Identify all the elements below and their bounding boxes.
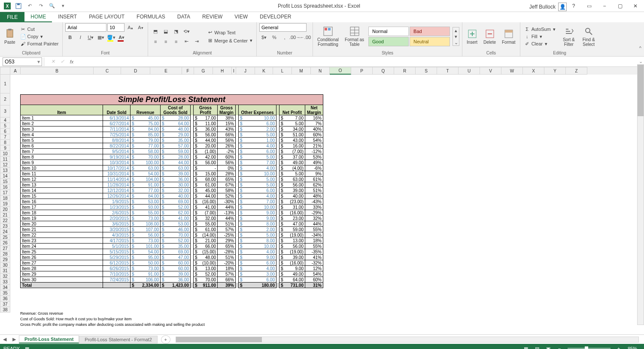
percent-format-icon[interactable]: % <box>270 33 279 42</box>
user-name[interactable]: Jeff Bullock <box>529 4 556 10</box>
fill-color-button[interactable]: 🪣▾ <box>106 33 116 42</box>
save-icon[interactable] <box>14 1 23 11</box>
ribbon-tab-home[interactable]: HOME <box>24 12 52 22</box>
row-header-16[interactable]: 16 <box>0 184 10 190</box>
row-header-20[interactable]: 20 <box>0 207 10 212</box>
cancel-formula-icon[interactable]: ✕ <box>48 57 58 66</box>
col-header-N[interactable]: N <box>311 67 330 75</box>
col-header-I[interactable]: I <box>232 67 236 75</box>
row-header-17[interactable]: 17 <box>0 190 10 196</box>
col-header-F[interactable]: F <box>182 67 194 75</box>
col-header-C[interactable]: C <box>94 67 121 75</box>
ribbon-tab-view[interactable]: VIEW <box>228 12 254 21</box>
format-cells-button[interactable]: Format <box>500 28 517 45</box>
row-header-30[interactable]: 30 <box>0 262 10 268</box>
conditional-formatting-button[interactable]: Conditional Formatting <box>316 25 340 48</box>
file-tab[interactable]: FILE <box>0 12 24 22</box>
col-header-Z[interactable]: Z <box>566 67 587 75</box>
styles-up-icon[interactable]: ▴ <box>453 27 459 33</box>
decrease-decimal-icon[interactable]: ←.00 <box>301 33 310 42</box>
insert-cells-button[interactable]: Insert <box>465 28 479 45</box>
sort-filter-button[interactable]: Sort & Filter <box>561 25 577 48</box>
row-header-35[interactable]: 35 <box>0 290 10 296</box>
collapse-ribbon-icon[interactable]: ^ <box>639 45 641 51</box>
row-header-2[interactable]: 2 <box>0 93 10 105</box>
styles-more-icon[interactable]: ⌄ <box>453 39 459 45</box>
comma-format-icon[interactable]: , <box>280 33 289 42</box>
find-select-button[interactable]: Find & Select <box>581 25 597 48</box>
accounting-format-icon[interactable]: $▾ <box>259 33 269 42</box>
paste-button[interactable]: Paste <box>3 28 17 45</box>
close-icon[interactable]: ✕ <box>629 1 641 11</box>
cut-button[interactable]: ✂Cut <box>19 26 60 33</box>
row-header-18[interactable]: 18 <box>0 196 10 201</box>
ribbon-tab-formulas[interactable]: FORMULAS <box>131 12 171 21</box>
col-header-V[interactable]: V <box>480 67 501 75</box>
row-header-28[interactable]: 28 <box>0 251 10 257</box>
view-normal-icon[interactable]: ▦ <box>521 345 531 349</box>
col-header-L[interactable]: L <box>273 67 292 75</box>
sheet-tab-other[interactable]: Profit-Loss Statement - Format2 <box>79 336 158 343</box>
row-header-25[interactable]: 25 <box>0 235 10 240</box>
row-header-3[interactable]: 3 <box>0 105 10 117</box>
user-avatar-icon[interactable]: 👤 <box>558 3 567 11</box>
vertical-scrollbar[interactable] <box>637 64 644 325</box>
qat-zoom-icon[interactable]: 🔍 <box>47 1 57 11</box>
styles-down-icon[interactable]: ▾ <box>453 33 459 39</box>
indent-decrease-icon[interactable]: ⇤ <box>182 37 191 46</box>
qat-dropdown-icon[interactable]: ▾ <box>58 1 68 11</box>
formula-input[interactable] <box>76 57 637 66</box>
col-header-R[interactable]: R <box>394 67 416 75</box>
row-header-27[interactable]: 27 <box>0 246 10 251</box>
orientation-icon[interactable]: ⟲▾ <box>182 27 191 36</box>
shrink-font-icon[interactable]: A▾ <box>136 23 145 32</box>
row-header-15[interactable]: 15 <box>0 179 10 184</box>
col-header-J[interactable]: J <box>236 67 255 75</box>
format-painter-button[interactable]: 🖌Format Painter <box>19 40 60 47</box>
col-header-K[interactable]: K <box>255 67 273 75</box>
ribbon-tab-developer[interactable]: DEVELOPER <box>254 12 297 21</box>
col-header-E[interactable]: E <box>150 67 182 75</box>
row-header-26[interactable]: 26 <box>0 240 10 246</box>
undo-icon[interactable]: ↶ <box>25 1 34 11</box>
row-header-8[interactable]: 8 <box>0 140 10 145</box>
font-name-select[interactable] <box>65 23 106 32</box>
view-page-layout-icon[interactable]: ▤ <box>532 345 542 349</box>
row-header-37[interactable]: 37 <box>0 301 10 307</box>
horizontal-scrollbar[interactable] <box>176 337 639 343</box>
row-header-29[interactable]: 29 <box>0 257 10 262</box>
row-header-13[interactable]: 13 <box>0 168 10 173</box>
align-top-icon[interactable]: ⬒ <box>151 27 160 36</box>
col-header-Q[interactable]: Q <box>373 67 394 75</box>
col-header-T[interactable]: T <box>437 67 459 75</box>
ribbon-tab-data[interactable]: DATA <box>171 12 196 21</box>
font-color-button[interactable]: A▾ <box>117 33 126 42</box>
row-header-36[interactable]: 36 <box>0 296 10 301</box>
zoom-slider-thumb[interactable] <box>585 346 588 349</box>
italic-button[interactable]: I <box>76 33 85 42</box>
autosum-button[interactable]: ΣAutoSum▾ <box>523 26 557 33</box>
underline-button[interactable]: U▾ <box>86 33 95 42</box>
fx-icon[interactable]: fx <box>67 57 76 66</box>
zoom-level[interactable]: 85% <box>628 346 637 349</box>
align-middle-icon[interactable]: ⬓ <box>161 27 170 36</box>
delete-cells-button[interactable]: Delete <box>482 28 498 45</box>
row-header-10[interactable]: 10 <box>0 151 10 156</box>
expand-formula-bar-icon[interactable]: ⌄ <box>637 59 644 64</box>
style-normal[interactable]: Normal <box>368 27 409 36</box>
select-all-corner[interactable] <box>0 67 10 75</box>
row-header-7[interactable]: 7 <box>0 134 10 140</box>
ribbon-display-icon[interactable]: ▭ <box>583 1 595 11</box>
col-header-H[interactable]: H <box>213 67 232 75</box>
indent-increase-icon[interactable]: ⇥ <box>192 37 201 46</box>
style-bad[interactable]: Bad <box>410 27 450 36</box>
col-header-X[interactable]: X <box>523 67 544 75</box>
add-sheet-button[interactable]: + <box>161 335 170 344</box>
row-header-9[interactable]: 9 <box>0 145 10 151</box>
vscroll-thumb[interactable] <box>638 65 644 116</box>
ribbon-tab-insert[interactable]: INSERT <box>52 12 83 21</box>
font-size-select[interactable] <box>107 23 125 32</box>
col-header-G[interactable]: G <box>194 67 213 75</box>
col-header-U[interactable]: U <box>459 67 480 75</box>
number-format-select[interactable] <box>259 23 307 32</box>
